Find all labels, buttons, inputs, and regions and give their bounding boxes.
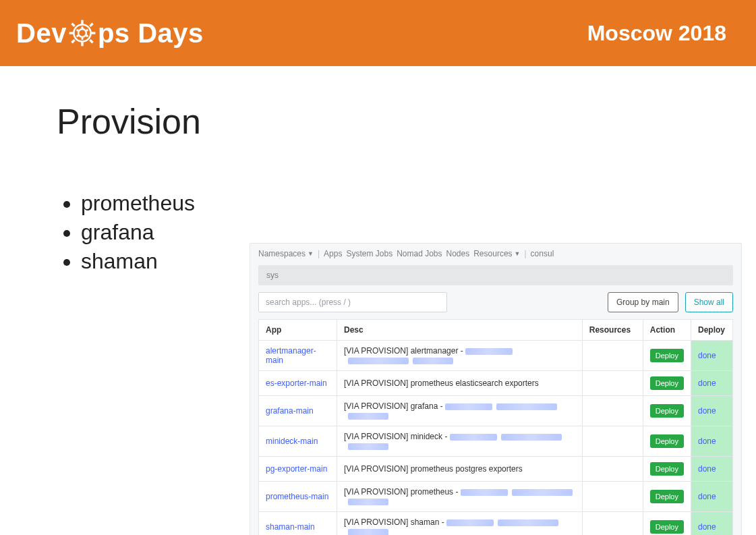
resources-cell xyxy=(582,341,643,371)
chevron-down-icon: ▼ xyxy=(515,250,521,257)
deploy-status[interactable]: done xyxy=(698,406,716,416)
app-link[interactable]: alertmanager-main xyxy=(266,346,316,365)
svg-rect-6 xyxy=(71,23,76,28)
deploy-button[interactable]: Deploy xyxy=(650,462,684,476)
resources-cell xyxy=(582,482,643,512)
show-all-button[interactable]: Show all xyxy=(685,292,733,312)
app-desc: [VIA PROVISION] minideck - xyxy=(337,426,583,457)
deploy-button[interactable]: Deploy xyxy=(650,376,684,390)
resources-cell xyxy=(582,396,643,426)
apps-table: App Desc Resources Action Deploy alertma… xyxy=(258,319,733,535)
bullet-item: prometheus xyxy=(81,189,201,218)
nav-separator: | xyxy=(524,249,526,258)
svg-rect-7 xyxy=(89,23,94,28)
app-panel: Namespaces ▼ | Apps System Jobs Nomad Jo… xyxy=(250,243,742,535)
nav-separator: | xyxy=(318,249,320,258)
col-app: App xyxy=(259,320,337,341)
search-input[interactable]: search apps... (press / ) xyxy=(258,292,447,312)
svg-point-14 xyxy=(76,35,78,37)
app-link[interactable]: minideck-main xyxy=(266,437,318,446)
app-desc: [VIA PROVISION] grafana - xyxy=(337,396,583,426)
nav-nomad-jobs[interactable]: Nomad Jobs xyxy=(397,249,442,258)
redacted-text xyxy=(445,403,492,410)
table-row: minideck-main[VIA PROVISION] minideck - … xyxy=(259,426,733,457)
svg-point-12 xyxy=(86,35,88,37)
redacted-text xyxy=(348,529,388,535)
redacted-text xyxy=(496,403,557,410)
app-link[interactable]: es-exporter-main xyxy=(266,378,327,388)
brand-logo: Dev xyxy=(16,18,204,49)
redacted-text xyxy=(450,434,497,441)
svg-point-13 xyxy=(81,38,83,40)
chevron-down-icon: ▼ xyxy=(308,250,314,257)
slide-header: Dev xyxy=(0,0,756,66)
nav-system-jobs[interactable]: System Jobs xyxy=(346,249,392,258)
nav-namespaces[interactable]: Namespaces ▼ xyxy=(258,249,314,258)
deploy-status[interactable]: done xyxy=(698,437,716,446)
svg-rect-4 xyxy=(69,32,74,34)
col-desc: Desc xyxy=(337,320,583,341)
resources-cell xyxy=(582,371,643,396)
svg-rect-5 xyxy=(91,32,95,34)
deploy-status[interactable]: done xyxy=(698,464,716,474)
svg-point-11 xyxy=(86,29,88,31)
table-row: pg-exporter-main[VIA PROVISION] promethe… xyxy=(259,457,733,482)
svg-rect-3 xyxy=(81,42,83,46)
top-nav: Namespaces ▼ | Apps System Jobs Nomad Jo… xyxy=(250,244,741,264)
bullet-item: grafana xyxy=(81,218,201,247)
brand-text-left: Dev xyxy=(16,18,67,49)
app-desc: [VIA PROVISION] prometheus elasticsearch… xyxy=(337,371,583,396)
redacted-text xyxy=(465,348,513,355)
app-desc: [VIA PROVISION] alertmanager - xyxy=(337,341,583,371)
svg-point-15 xyxy=(76,29,78,31)
group-by-main-button[interactable]: Group by main xyxy=(608,292,678,312)
app-desc: [VIA PROVISION] shaman - xyxy=(337,512,583,536)
deploy-button[interactable]: Deploy xyxy=(650,520,684,534)
deploy-button[interactable]: Deploy xyxy=(650,349,684,362)
redacted-text xyxy=(501,434,562,441)
nav-consul[interactable]: consul xyxy=(531,249,554,258)
col-resources: Resources xyxy=(582,320,643,341)
app-link[interactable]: shaman-main xyxy=(266,522,315,532)
table-row: shaman-main[VIA PROVISION] shaman - Depl… xyxy=(259,512,733,536)
svg-point-1 xyxy=(78,29,86,37)
deploy-button[interactable]: Deploy xyxy=(650,490,684,503)
redacted-text xyxy=(348,499,388,505)
deploy-button[interactable]: Deploy xyxy=(650,404,684,418)
redacted-text xyxy=(348,443,388,450)
deploy-status[interactable]: done xyxy=(698,492,716,501)
deploy-button[interactable]: Deploy xyxy=(650,434,684,448)
redacted-text xyxy=(348,358,409,364)
deploy-status[interactable]: done xyxy=(698,522,716,532)
nav-nodes[interactable]: Nodes xyxy=(446,249,470,258)
table-row: prometheus-main[VIA PROVISION] prometheu… xyxy=(259,482,733,512)
deploy-status[interactable]: done xyxy=(698,378,716,388)
redacted-text xyxy=(348,413,388,420)
table-row: alertmanager-main[VIA PROVISION] alertma… xyxy=(259,341,733,371)
table-row: grafana-main[VIA PROVISION] grafana - De… xyxy=(259,396,733,426)
resources-cell xyxy=(582,426,643,457)
deploy-status[interactable]: done xyxy=(698,351,716,360)
redacted-text xyxy=(512,489,573,496)
resources-cell xyxy=(582,512,643,536)
svg-point-10 xyxy=(81,26,83,28)
redacted-text xyxy=(446,519,494,526)
app-desc: [VIA PROVISION] prometheus - xyxy=(337,482,583,512)
col-action: Action xyxy=(643,320,691,341)
redacted-text xyxy=(498,519,558,526)
svg-rect-8 xyxy=(71,39,76,44)
col-deploy: Deploy xyxy=(691,320,733,341)
breadcrumb: sys xyxy=(258,265,733,285)
search-placeholder: search apps... (press / ) xyxy=(266,298,351,307)
brand-text-right: ps Days xyxy=(98,18,204,49)
app-link[interactable]: pg-exporter-main xyxy=(266,464,327,474)
nav-apps[interactable]: Apps xyxy=(324,249,342,258)
redacted-text xyxy=(413,358,453,364)
app-link[interactable]: prometheus-main xyxy=(266,492,328,501)
nav-resources[interactable]: Resources ▼ xyxy=(473,249,520,258)
app-link[interactable]: grafana-main xyxy=(266,406,314,416)
svg-rect-2 xyxy=(81,20,83,24)
table-row: es-exporter-main[VIA PROVISION] promethe… xyxy=(259,371,733,396)
redacted-text xyxy=(461,489,508,496)
bullet-list: prometheus grafana shaman xyxy=(81,189,201,277)
